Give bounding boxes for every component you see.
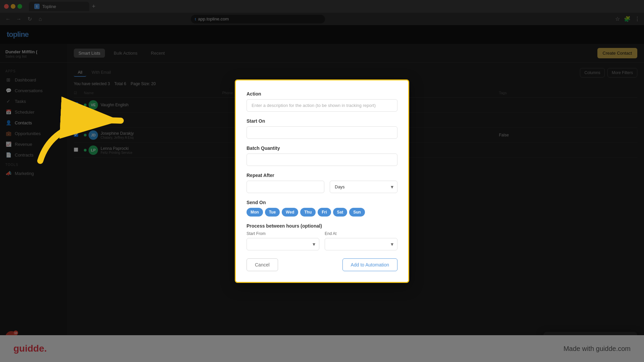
batch-quantity-field: Batch Quantity	[247, 145, 397, 166]
start-on-label: Start On	[247, 118, 397, 124]
end-at-select[interactable]	[325, 238, 397, 250]
end-at-label: End At	[325, 231, 397, 236]
modal-footer: Cancel Add to Automation	[247, 258, 397, 271]
start-from-select[interactable]	[247, 238, 319, 250]
repeat-after-input[interactable]	[247, 181, 324, 193]
arrow-annotation	[27, 67, 144, 169]
start-from-label: Start From	[247, 231, 319, 236]
batch-quantity-label: Batch Quantity	[247, 145, 397, 151]
modal-overlay: Action Start On Batch Quantity Repeat Af…	[0, 0, 644, 362]
cancel-button[interactable]: Cancel	[247, 258, 278, 271]
add-automation-button[interactable]: Add to Automation	[342, 258, 397, 271]
repeat-after-unit-wrapper: Days Weeks Months ▾	[330, 181, 397, 193]
send-on-field: Send On Mon Tue Wed Thu Fri Sat Sun	[247, 200, 397, 217]
action-input[interactable]	[247, 99, 397, 112]
start-from-wrapper: ▾	[247, 238, 319, 250]
day-mon[interactable]: Mon	[247, 208, 263, 217]
send-on-label: Send On	[247, 200, 397, 205]
action-field: Action	[247, 91, 397, 112]
day-sat[interactable]: Sat	[333, 208, 347, 217]
repeat-after-field: Repeat After Days Weeks Months ▾	[247, 173, 397, 193]
process-hours-row: Start From ▾ End At ▾	[247, 231, 397, 250]
end-at-wrapper: ▾	[325, 238, 397, 250]
start-from-field: Start From ▾	[247, 231, 319, 250]
repeat-after-unit-select[interactable]: Days Weeks Months	[330, 181, 397, 193]
repeat-after-row: Days Weeks Months ▾	[247, 181, 397, 193]
start-on-input[interactable]	[247, 126, 397, 139]
day-tue[interactable]: Tue	[265, 208, 280, 217]
automation-modal: Action Start On Batch Quantity Repeat Af…	[235, 79, 409, 283]
repeat-after-label: Repeat After	[247, 173, 397, 178]
day-sun[interactable]: Sun	[349, 208, 365, 217]
process-hours-label: Process between hours (optional)	[247, 223, 397, 229]
end-at-field: End At ▾	[325, 231, 397, 250]
process-hours-field: Process between hours (optional) Start F…	[247, 223, 397, 250]
batch-quantity-input[interactable]	[247, 154, 397, 166]
day-wed[interactable]: Wed	[282, 208, 298, 217]
day-fri[interactable]: Fri	[318, 208, 331, 217]
days-group: Mon Tue Wed Thu Fri Sat Sun	[247, 208, 397, 217]
day-thu[interactable]: Thu	[300, 208, 316, 217]
start-on-field: Start On	[247, 118, 397, 139]
action-label: Action	[247, 91, 397, 97]
